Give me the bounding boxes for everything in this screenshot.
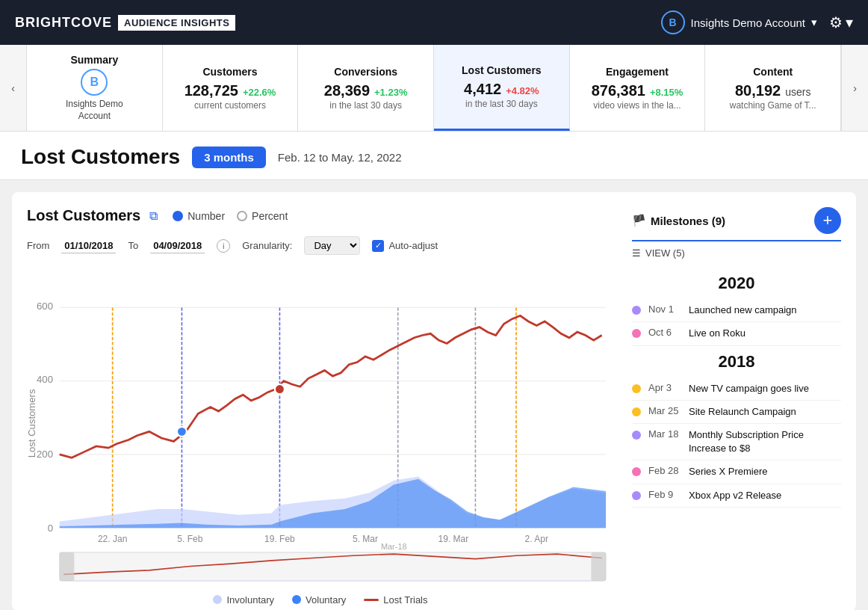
tab-content-title: Content — [753, 66, 793, 78]
svg-text:200: 200 — [37, 449, 53, 460]
lost-change: +4.82% — [506, 85, 539, 96]
milestone-apr3-date: Apr 3 — [648, 382, 681, 393]
radio-percent-dot — [237, 211, 247, 221]
period-button[interactable]: 3 months — [192, 147, 266, 168]
chart-area: Lost Customers ⧉ Number Percent From 01/… — [27, 207, 614, 596]
to-date[interactable]: 04/09/2018 — [150, 238, 205, 253]
tab-summary-title: Summary — [70, 54, 118, 66]
tab-engagement[interactable]: Engagement 876,381 +8.15% video views in… — [570, 45, 706, 131]
conversions-value: 28,369 — [324, 82, 370, 99]
milestone-apr3-desc: New TV campaign goes live — [689, 382, 809, 395]
account-button[interactable]: B Insights Demo Account ▾ — [661, 10, 817, 34]
settings-chevron: ▾ — [846, 13, 853, 31]
chart-title: Lost Customers — [27, 207, 140, 224]
chart-header: Lost Customers ⧉ Number Percent — [27, 207, 614, 224]
radio-number-dot — [173, 211, 183, 221]
milestone-oct6-dot — [632, 329, 641, 338]
milestone-feb9-dot — [632, 491, 641, 500]
milestone-feb28: Feb 28 Series X Premiere — [632, 460, 841, 484]
milestone-mar18-desc: Monthly Subscription Price Increase to $… — [689, 428, 841, 455]
milestones-header: 🏴 Milestones (9) + — [632, 207, 841, 241]
view-filter-button[interactable]: ☰ VIEW (5) — [632, 247, 841, 259]
info-icon[interactable]: i — [217, 239, 230, 253]
checkbox-icon: ✓ — [372, 240, 384, 252]
brand-logo: BRIGHTCOVE AUDIENCE INSIGHTS — [15, 15, 235, 31]
main-chart: 600 400 200 0 Lost Customers — [27, 267, 614, 588]
engagement-change: +8.15% — [650, 87, 683, 98]
svg-text:5. Mar: 5. Mar — [353, 534, 378, 544]
milestones-title-text: Milestones (9) — [651, 215, 725, 227]
tab-conversions[interactable]: Conversions 28,369 +1.23% in the last 30… — [298, 45, 434, 131]
to-label: To — [128, 240, 138, 251]
legend-voluntary: Voluntary — [292, 594, 346, 606]
tab-summary[interactable]: Summary B Insights DemoAccount — [27, 45, 163, 131]
milestones-year-2020: 2020 Nov 1 Launched new campaign Oct 6 L… — [632, 268, 841, 345]
legend-lost-trials: Lost Trials — [364, 594, 427, 606]
account-chevron: ▾ — [811, 16, 817, 29]
svg-text:Lost Customers: Lost Customers — [27, 389, 37, 458]
tab-bar: ‹ Summary B Insights DemoAccount Custome… — [0, 45, 868, 132]
milestone-nov1: Nov 1 Launched new campaign — [632, 299, 841, 322]
milestone-nov1-desc: Launched new campaign — [689, 304, 797, 317]
milestone-mar18-dot — [632, 431, 641, 440]
engagement-value: 876,381 — [592, 82, 645, 99]
milestone-nov1-dot — [632, 306, 641, 315]
nav-right: B Insights Demo Account ▾ ⚙ ▾ — [661, 10, 853, 34]
summary-avatar: B — [81, 69, 108, 96]
tab-customers-title: Customers — [202, 66, 257, 78]
conversions-sub: in the last 30 days — [329, 100, 402, 111]
svg-rect-24 — [60, 552, 75, 581]
radio-percent[interactable]: Percent — [237, 210, 288, 222]
milestone-feb9-desc: Xbox App v2 Release — [689, 489, 781, 502]
milestones-panel: 🏴 Milestones (9) + ☰ VIEW (5) 2020 Nov 1… — [632, 207, 841, 596]
filter-icon: ☰ — [632, 247, 641, 259]
svg-text:22. Jan: 22. Jan — [98, 534, 127, 544]
milestone-mar25-dot — [632, 407, 641, 416]
top-nav: BRIGHTCOVE AUDIENCE INSIGHTS B Insights … — [0, 0, 868, 45]
legend-lost-trials-label: Lost Trials — [383, 594, 427, 606]
autoadjust-checkbox[interactable]: ✓ Auto-adjust — [372, 240, 438, 252]
customers-sub: current customers — [194, 100, 266, 111]
svg-text:19. Feb: 19. Feb — [264, 534, 295, 544]
milestone-feb9-date: Feb 9 — [648, 489, 681, 500]
from-date[interactable]: 01/10/2018 — [61, 238, 116, 253]
view-filter-label: VIEW (5) — [645, 247, 685, 259]
milestone-nov1-date: Nov 1 — [648, 304, 681, 315]
milestone-oct6-desc: Live on Roku — [689, 327, 745, 340]
milestone-oct6-date: Oct 6 — [648, 327, 681, 338]
flag-icon: 🏴 — [632, 214, 646, 227]
tab-arrow-right[interactable]: › — [841, 45, 868, 131]
content-change: users — [785, 86, 810, 98]
granularity-select[interactable]: DayWeekMonth — [304, 236, 360, 255]
svg-text:Mar-18: Mar-18 — [381, 542, 407, 551]
chart-legend: Involuntary Voluntary Lost Trials — [27, 594, 614, 606]
svg-point-16 — [275, 384, 285, 394]
legend-involuntary-dot — [213, 595, 222, 604]
milestone-feb28-date: Feb 28 — [648, 465, 681, 476]
external-link-icon[interactable]: ⧉ — [149, 209, 158, 223]
settings-button[interactable]: ⚙ ▾ — [829, 13, 853, 31]
svg-rect-25 — [591, 552, 606, 581]
customers-change: +22.6% — [243, 87, 276, 98]
legend-voluntary-label: Voluntary — [306, 594, 346, 606]
tab-content[interactable]: Content 80,192 users watching Game of T.… — [705, 45, 841, 131]
milestone-feb28-dot — [632, 467, 641, 476]
tab-customers[interactable]: Customers 128,725 +22.6% current custome… — [163, 45, 299, 131]
customers-value: 128,725 — [185, 82, 238, 99]
milestone-apr3: Apr 3 New TV campaign goes live — [632, 378, 841, 401]
tab-lost-customers[interactable]: Lost Customers 4,412 +4.82% in the last … — [434, 45, 570, 131]
tab-engagement-title: Engagement — [606, 66, 669, 78]
milestone-feb9: Feb 9 Xbox App v2 Release — [632, 484, 841, 508]
page-header: Lost Customers 3 months Feb. 12 to May. … — [0, 132, 868, 180]
add-milestone-button[interactable]: + — [814, 207, 841, 234]
radio-number-label: Number — [187, 210, 225, 222]
tab-arrow-left[interactable]: ‹ — [0, 45, 27, 131]
milestones-title: 🏴 Milestones (9) — [632, 214, 725, 227]
brand-product: AUDIENCE INSIGHTS — [118, 15, 235, 31]
year-2018-label: 2018 — [632, 352, 841, 372]
radio-number[interactable]: Number — [173, 210, 225, 222]
gear-icon: ⚙ — [829, 13, 843, 31]
content-sub: watching Game of T... — [730, 100, 816, 111]
page-title: Lost Customers — [21, 145, 180, 169]
svg-text:5. Feb: 5. Feb — [177, 534, 202, 544]
